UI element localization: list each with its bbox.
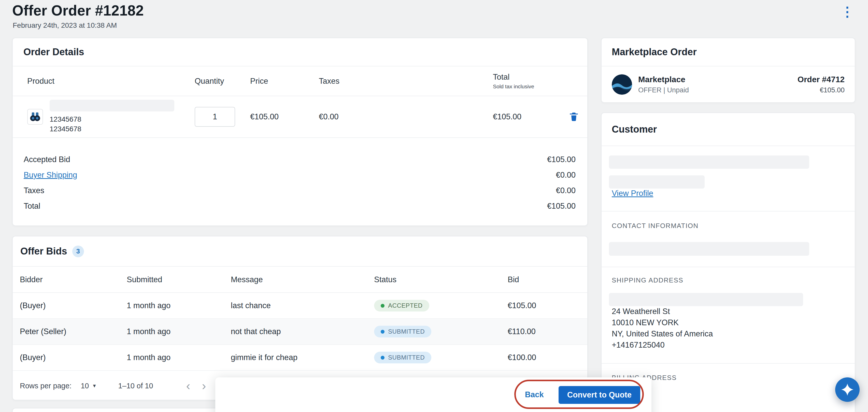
buyer-shipping-link[interactable]: Buyer Shipping (24, 170, 77, 180)
product-sku-line2: 12345678 (50, 124, 174, 134)
col-bidder: Bidder (20, 275, 127, 284)
col-quantity: Quantity (195, 76, 250, 86)
summary-row-total: Total €105.00 (24, 198, 576, 214)
col-taxes: Taxes (319, 76, 493, 86)
bidder-cell: Peter (Seller) (20, 327, 127, 336)
previous-page-button[interactable]: ‹ (184, 380, 193, 392)
rows-per-page-select[interactable]: 10 ▾ (81, 382, 96, 390)
order-details-card: Order Details Product Quantity Price Tax… (12, 38, 588, 226)
col-price: Price (250, 76, 319, 86)
summary-row-taxes: Taxes €0.00 (24, 183, 576, 198)
status-dot (381, 330, 384, 334)
col-status: Status (374, 275, 508, 284)
status-badge-submitted: SUBMITTED (374, 352, 431, 363)
offer-bids-count-badge: 3 (72, 246, 84, 257)
divider (601, 363, 855, 363)
order-amount: €105.00 (798, 86, 845, 94)
bid-row: (Buyer) 1 month ago gimmie it for cheap … (13, 345, 587, 371)
page-title: Offer Order #12182 (12, 0, 144, 21)
message-cell: not that cheap (231, 327, 374, 336)
product-cell: 12345678 12345678 (27, 100, 195, 134)
binoculars-image (29, 110, 42, 123)
col-total-note: Sold tax inclusive (493, 84, 566, 90)
col-submitted: Submitted (127, 275, 231, 284)
chevron-left-icon: ‹ (186, 379, 190, 392)
rows-per-page-label: Rows per page: (20, 382, 71, 390)
customer-title: Customer (612, 124, 657, 135)
delete-line-item-button[interactable] (566, 109, 582, 124)
bid-amount-cell: €100.00 (508, 353, 587, 362)
status-badge-accepted: ACCEPTED (374, 300, 429, 312)
caret-down-icon: ▾ (93, 382, 96, 389)
contact-information-label: CONTACT INFORMATION (612, 222, 699, 230)
order-line-item: 12345678 12345678 €105.00 €0.00 €105.00 (13, 96, 587, 138)
offer-bids-card: Offer Bids 3 Bidder Submitted Message St… (12, 236, 588, 400)
product-thumbnail (27, 109, 43, 125)
status-dot (381, 356, 384, 359)
product-sku-line1: 12345678 (50, 115, 174, 124)
summary-value: €0.00 (556, 170, 576, 180)
view-profile-link[interactable]: View Profile (612, 189, 653, 198)
offer-bids-table-header: Bidder Submitted Message Status Bid (13, 267, 587, 293)
order-number: Order #4712 (798, 75, 845, 84)
summary-row-accepted-bid: Accepted Bid €105.00 (24, 152, 576, 167)
next-page-button[interactable]: › (199, 380, 209, 392)
submitted-cell: 1 month ago (127, 353, 231, 362)
redacted-contact-info (609, 242, 809, 256)
quantity-cell (195, 107, 250, 127)
redacted-customer-detail (609, 175, 705, 189)
marketplace-logo (612, 74, 632, 95)
marketplace-info: Marketplace OFFER | Unpaid (638, 75, 689, 94)
summary-value: €0.00 (556, 186, 576, 195)
col-product: Product (27, 76, 195, 86)
shipping-address: 24 Weatherell St 10010 NEW YORK NY, Unit… (612, 306, 713, 351)
marketplace-order-card: Marketplace Order Marketplace OFFER | Un… (601, 38, 855, 103)
trash-icon (568, 111, 580, 122)
footer-action-bar: Back Convert to Quote (215, 377, 651, 412)
address-line: 24 Weatherell St (612, 306, 713, 317)
convert-to-quote-button[interactable]: Convert to Quote (559, 386, 640, 404)
pagination-range: 1–10 of 10 (118, 382, 153, 390)
order-summary: Accepted Bid €105.00 Buyer Shipping €0.0… (13, 138, 587, 214)
marketplace-name: Marketplace (638, 75, 689, 84)
marketplace-order-title: Marketplace Order (612, 46, 697, 58)
summary-label: Taxes (24, 186, 44, 195)
address-line: 10010 NEW YORK (612, 317, 713, 328)
offer-order-page: Offer Order #12182 February 24th, 2023 a… (0, 0, 868, 412)
bidder-cell: (Buyer) (20, 353, 127, 362)
address-line: NY, United States of America (612, 328, 713, 340)
bidder-cell: (Buyer) (20, 301, 127, 310)
message-cell: gimmie it for cheap (231, 353, 374, 362)
submitted-cell: 1 month ago (127, 327, 231, 336)
product-info: 12345678 12345678 (50, 100, 174, 134)
col-message: Message (231, 275, 374, 284)
message-cell: last chance (231, 301, 374, 310)
col-bid: Bid (508, 275, 587, 284)
shipping-address-label: SHIPPING ADDRESS (612, 276, 683, 284)
bid-row: Peter (Seller) 1 month ago not that chea… (13, 319, 587, 345)
back-button[interactable]: Back (520, 386, 548, 403)
redacted-product-name (50, 100, 174, 112)
address-line: +14167125040 (612, 340, 713, 351)
assistant-fab-button[interactable] (835, 377, 860, 402)
divider (601, 267, 855, 267)
price-cell: €105.00 (250, 112, 319, 121)
summary-row-buyer-shipping: Buyer Shipping €0.00 (24, 167, 576, 183)
taxes-cell: €0.00 (319, 112, 493, 121)
status-dot (381, 304, 384, 308)
redacted-recipient-name (609, 293, 803, 306)
summary-value: €105.00 (547, 201, 576, 211)
compass-spark-icon (841, 383, 854, 396)
summary-label: Total (24, 201, 40, 211)
marketplace-order-ref: Order #4712 €105.00 (798, 75, 845, 94)
page-subtitle: February 24th, 2023 at 10:38 AM (13, 21, 117, 30)
divider (601, 211, 855, 212)
submitted-cell: 1 month ago (127, 301, 231, 310)
order-details-title: Order Details (23, 46, 84, 58)
kebab-menu-icon[interactable]: ⋮ (839, 2, 856, 21)
quantity-input[interactable] (195, 107, 235, 127)
marketplace-status-line: OFFER | Unpaid (638, 86, 689, 94)
chevron-right-icon: › (202, 379, 206, 392)
order-details-table-header: Product Quantity Price Taxes Total Sold … (13, 66, 587, 96)
redacted-customer-name (609, 156, 809, 169)
